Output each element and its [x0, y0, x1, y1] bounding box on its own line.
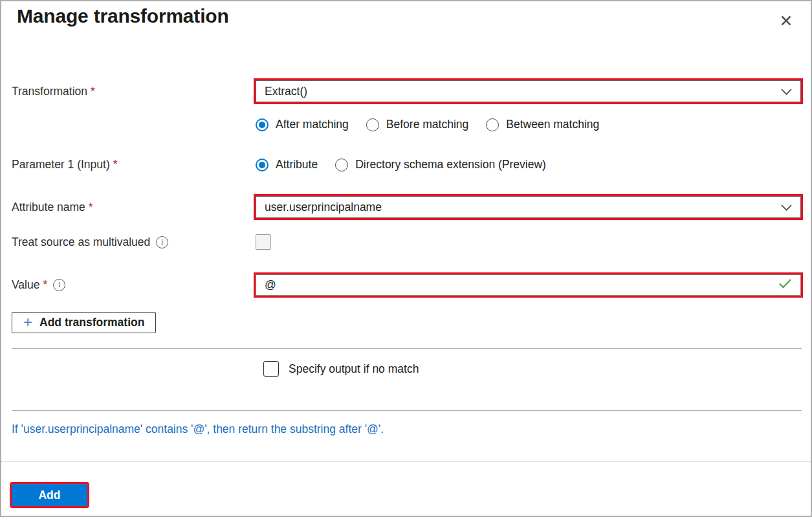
chevron-down-icon [781, 201, 792, 214]
valid-check-icon [778, 278, 792, 292]
transformation-label: Transformation * [12, 85, 256, 98]
attribute-name-label-text: Attribute name [12, 201, 85, 214]
transformation-label-text: Transformation [12, 85, 87, 98]
footer-divider [1, 461, 811, 462]
required-asterisk: * [43, 278, 47, 292]
matching-options-row: After matching Before matching Between m… [12, 115, 801, 135]
value-input[interactable]: @ [256, 274, 801, 296]
radio-after-matching[interactable]: After matching [256, 118, 349, 131]
radio-unselected-icon [486, 118, 499, 131]
radio-label: Attribute [276, 158, 318, 171]
value-label-text: Value [12, 278, 39, 292]
radio-unselected-icon [366, 118, 379, 131]
required-asterisk: * [91, 85, 95, 98]
attribute-name-dropdown[interactable]: user.userprincipalname [256, 196, 801, 218]
plus-icon: + [23, 314, 32, 330]
chevron-down-icon [781, 85, 792, 98]
radio-attribute[interactable]: Attribute [256, 158, 318, 171]
radio-selected-icon [256, 118, 269, 131]
transformation-dropdown-value: Extract() [265, 85, 307, 98]
radio-label: Before matching [386, 118, 468, 131]
divider [12, 348, 802, 349]
attribute-name-label: Attribute name * [12, 201, 256, 214]
parameter1-row: Parameter 1 (Input) * Attribute Director… [12, 155, 801, 175]
no-match-checkbox-row[interactable]: Specify output if no match [263, 361, 419, 377]
transformation-dropdown[interactable]: Extract() [256, 80, 801, 102]
radio-unselected-icon [335, 159, 348, 171]
multivalued-row: Treat source as multivalued i [12, 233, 801, 251]
close-icon[interactable]: ✕ [774, 9, 798, 32]
parameter1-label: Parameter 1 (Input) * [12, 158, 256, 171]
divider [12, 410, 802, 411]
value-label: Value * i [12, 278, 256, 292]
multivalued-checkbox[interactable] [256, 234, 271, 250]
radio-selected-icon [256, 159, 269, 171]
page-title: Manage transformation [17, 5, 229, 27]
add-transformation-button[interactable]: + Add transformation [12, 312, 156, 333]
info-icon[interactable]: i [156, 236, 168, 248]
info-icon[interactable]: i [53, 279, 65, 291]
multivalued-label-text: Treat source as multivalued [12, 236, 150, 249]
attribute-name-dropdown-value: user.userprincipalname [265, 201, 382, 214]
value-input-text: @ [265, 278, 276, 292]
manage-transformation-dialog: Manage transformation ✕ Transformation *… [0, 0, 812, 517]
value-row: Value * i @ [12, 272, 801, 298]
radio-directory-schema-extension[interactable]: Directory schema extension (Preview) [335, 158, 546, 171]
matching-radio-group: After matching Before matching Between m… [256, 118, 801, 131]
add-transformation-label: Add transformation [39, 316, 144, 329]
radio-label: Between matching [506, 118, 599, 131]
no-match-checkbox[interactable] [263, 361, 279, 377]
add-button[interactable]: Add [12, 484, 87, 506]
radio-label: Directory schema extension (Preview) [355, 158, 546, 171]
parameter1-label-text: Parameter 1 (Input) [12, 158, 110, 171]
attribute-name-row: Attribute name * user.userprincipalname [12, 194, 801, 220]
radio-between-matching[interactable]: Between matching [486, 118, 599, 131]
multivalued-label: Treat source as multivalued i [12, 236, 256, 249]
parameter1-radio-group: Attribute Directory schema extension (Pr… [256, 158, 801, 171]
required-asterisk: * [113, 158, 118, 171]
no-match-label: Specify output if no match [289, 362, 419, 376]
radio-before-matching[interactable]: Before matching [366, 118, 468, 131]
expression-hint-text: If 'user.userprincipalname' contains '@'… [12, 423, 384, 436]
radio-label: After matching [276, 118, 349, 131]
required-asterisk: * [89, 201, 93, 214]
transformation-row: Transformation * Extract() [12, 78, 801, 104]
